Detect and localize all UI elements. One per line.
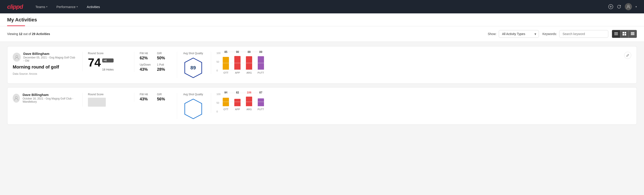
user-avatar[interactable] [625,3,632,10]
user-name-2: Dave Billingham [22,93,75,96]
hexagon: 89 [184,58,202,78]
navbar-right: ▾ [608,3,637,10]
round-score-label: Round Score [88,52,127,55]
grid-icon [622,32,626,36]
view-grid-button[interactable] [620,30,628,38]
stat-fw-hit-label-2: FW Hit [140,93,153,96]
chart-wrapper: 100 50 0 85 OTT [216,52,631,74]
grid-line-top-2 [223,93,264,93]
nav-activities[interactable]: Activities [83,3,104,10]
chart-col-putt-2: 87 PUTT [258,91,264,111]
score-placeholder [88,98,106,107]
show-filter: Show: All Activity Types [488,30,539,38]
grid-line-bottom [223,70,264,70]
stat-1putt-label: 1 Putt [157,63,170,66]
hexagon-svg-2 [184,98,202,119]
bar-putt-wrapper [258,54,264,70]
svg-point-3 [628,5,629,7]
activity-type-select[interactable]: All Activity Types [499,30,539,38]
user-info-2: Dave Billingham October 16, 2021 - Gog M… [22,93,75,103]
bar-app-wrapper [234,54,240,70]
nav-performance[interactable]: Performance ▾ [53,3,82,10]
page-header: My Activities [0,14,644,26]
show-label: Show: [488,32,496,36]
keywords-filter: Keywords: [542,30,608,38]
user-info: Dave Billingham December 05, 2021 - Gog … [24,52,75,62]
badge-holes: +4 18 Holes [102,57,114,71]
svg-rect-12 [631,33,634,34]
svg-point-14 [16,55,18,57]
chart-col-putt: 89 PUTT [258,50,264,74]
user-chevron: ▾ [636,5,637,8]
score-with-badge: 74 +4 18 Holes [88,57,127,71]
add-button[interactable] [608,4,613,9]
stat-gir-label: GIR [157,52,170,55]
chart-col-app-2: 82 APP [234,91,240,111]
bar-arg-value: 89 [248,50,250,54]
stat-gir-2: GIR 56% [157,93,170,102]
bar-ott-value: 85 [224,50,228,54]
stat-1putt-value: 28% [157,67,170,72]
bar-ott-2 [223,98,229,106]
chart-y-axis: 100 50 0 [216,52,220,72]
activity-card-2: Dave Billingham October 16, 2021 - Gog M… [7,87,637,125]
bar-ott-value-2: 94 [224,91,228,94]
score-holes: 18 Holes [102,68,114,71]
stat-gir: GIR 50% [157,52,170,60]
quality-section: Avg Shot Quality 89 [177,52,204,78]
score-badge: +4 [102,58,114,62]
stat-fw-hit: FW Hit 62% [140,52,153,60]
bar-ott-label-2: OTT [223,108,228,111]
avatar-2 [13,94,20,103]
edit-button[interactable] [624,52,631,59]
bar-putt-value: 89 [259,50,262,54]
chart-col-arg: 89 ARG [246,50,252,74]
grid-line-top [223,52,264,52]
chart-y-axis-2: 100 50 0 [216,93,220,113]
activity-type-select-wrapper: All Activity Types [499,30,539,38]
nav-links: Teams ▾ Performance ▾ Activities [32,3,608,10]
view-list-compact-button[interactable] [612,30,620,38]
svg-marker-17 [185,99,202,119]
avatar [13,53,21,62]
activity-title: Morning round of golf [13,64,75,70]
card-left: Dave Billingham December 05, 2021 - Gog … [13,52,75,76]
user-date-2: October 16, 2021 - Gog Magog Golf Club -… [22,97,75,103]
svg-point-16 [16,96,18,98]
grid-line-mid [223,63,264,63]
user-icon [626,5,630,9]
list-compact-icon [614,32,618,36]
stat-fw-hit-value-2: 43% [140,97,153,102]
chart-col-app: 90 APP [234,50,240,74]
view-list-detail-button[interactable] [628,30,637,38]
bar-putt-value-2: 87 [259,91,262,94]
stats-section-2: FW Hit 43% GIR 56% [134,93,170,102]
svg-rect-8 [624,32,626,34]
stats-section: FW Hit 62% GIR 50% Up/Down 43% 1 Putt 28… [134,52,170,72]
edit-icon [626,54,629,57]
stat-updown-label: Up/Down [140,63,153,66]
bar-app-value-2: 82 [236,91,239,94]
stat-1putt: 1 Putt 28% [157,63,170,72]
chevron-down-icon: ▾ [46,5,48,8]
svg-rect-6 [614,34,618,35]
stat-fw-hit-label: FW Hit [140,52,153,55]
bar-ott [223,57,229,70]
user-row: Dave Billingham December 05, 2021 - Gog … [13,52,75,62]
bar-putt-wrapper-2 [258,95,264,106]
bar-arg-2 [246,96,252,106]
user-avatar-icon-2 [14,96,19,100]
hex-quality-value: 89 [190,65,196,71]
round-score-label-2: Round Score [88,93,127,96]
search-input[interactable] [559,30,608,38]
nav-teams[interactable]: Teams ▾ [32,3,51,10]
stat-gir-value-2: 56% [157,97,170,102]
chevron-down-icon: ▾ [76,5,78,8]
keywords-label: Keywords: [542,32,557,36]
bar-app-label-2: APP [235,108,240,111]
refresh-button[interactable] [617,4,621,9]
bar-app-value: 90 [236,50,239,54]
user-row-2: Dave Billingham October 16, 2021 - Gog M… [13,93,75,103]
grid-line-mid-2 [223,102,264,102]
chart-col-ott-2: 94 OTT [223,91,229,111]
